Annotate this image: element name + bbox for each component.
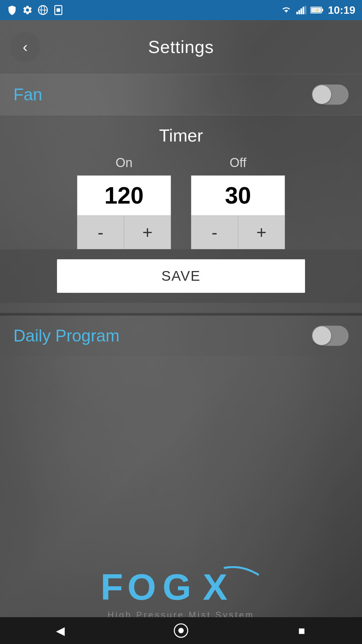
timer-on-group: On 120 - + xyxy=(77,156,171,249)
svg-rect-9 xyxy=(305,6,306,14)
timer-off-display: 30 xyxy=(191,175,285,216)
daily-program-toggle[interactable] xyxy=(312,326,349,346)
svg-text:X: X xyxy=(203,566,230,607)
timer-title: Timer xyxy=(0,125,362,146)
svg-rect-11 xyxy=(322,9,323,11)
globe-icon xyxy=(38,5,48,15)
nav-home-button[interactable] xyxy=(168,617,194,644)
timer-off-label: Off xyxy=(230,156,246,170)
sim-icon xyxy=(53,5,64,15)
status-icons xyxy=(7,5,64,15)
fan-toggle-track[interactable] xyxy=(312,85,349,105)
svg-rect-8 xyxy=(303,7,304,14)
shield-icon xyxy=(7,5,17,15)
save-button[interactable]: SAVE xyxy=(57,259,305,293)
battery-icon: ⚡ xyxy=(310,6,324,14)
fogx-logo-svg: F O G X xyxy=(97,566,265,610)
svg-rect-5 xyxy=(296,12,298,14)
fan-toggle-thumb xyxy=(312,85,331,104)
svg-rect-6 xyxy=(298,10,300,14)
timer-on-label: On xyxy=(116,156,133,170)
timer-off-buttons: - + xyxy=(191,216,285,249)
signal-icon xyxy=(296,5,306,15)
timer-off-group: Off 30 - + xyxy=(191,156,285,249)
nav-back-button[interactable]: ◀ xyxy=(47,617,74,644)
fan-toggle[interactable] xyxy=(312,85,349,105)
svg-text:⚡: ⚡ xyxy=(315,8,319,12)
timer-off-minus-button[interactable]: - xyxy=(191,216,238,249)
time-display: 10:19 xyxy=(328,4,355,16)
section-separator xyxy=(0,313,362,316)
fogx-logo: F O G X High Pressure Mist System xyxy=(97,566,265,617)
gear-icon xyxy=(22,5,33,15)
bottom-area: F O G X High Pressure Mist System xyxy=(0,356,362,617)
fogx-subtitle: High Pressure Mist System xyxy=(108,610,255,617)
page-title: Settings xyxy=(148,37,214,57)
timer-on-plus-button[interactable]: + xyxy=(124,216,171,249)
timer-on-display: 120 xyxy=(77,175,171,216)
save-button-container: SAVE xyxy=(0,249,362,303)
daily-program-toggle-thumb xyxy=(312,326,331,345)
timer-on-minus-button[interactable]: - xyxy=(77,216,124,249)
nav-bar: ◀ ■ xyxy=(0,617,362,644)
fan-section: Fan xyxy=(0,74,362,115)
timer-controls: On 120 - + Off 30 - + xyxy=(0,156,362,249)
svg-rect-7 xyxy=(301,8,302,14)
daily-program-toggle-track[interactable] xyxy=(312,326,349,346)
fan-label: Fan xyxy=(13,85,42,104)
daily-program-label: Daily Program xyxy=(13,326,120,345)
home-circle-icon xyxy=(174,623,188,638)
nav-recent-button[interactable]: ■ xyxy=(288,617,315,644)
timer-section: Timer On 120 - + Off 30 - xyxy=(0,115,362,313)
back-button[interactable]: ‹ xyxy=(10,32,40,62)
timer-off-plus-button[interactable]: + xyxy=(238,216,285,249)
svg-rect-4 xyxy=(57,8,60,12)
timer-on-buttons: - + xyxy=(77,216,171,249)
svg-text:F: F xyxy=(101,566,126,607)
svg-point-19 xyxy=(178,628,184,633)
status-right: ⚡ 10:19 xyxy=(280,4,355,16)
wifi-icon xyxy=(280,5,292,15)
status-bar: ⚡ 10:19 xyxy=(0,0,362,20)
svg-text:O: O xyxy=(127,566,159,607)
app-bar: ‹ Settings xyxy=(0,20,362,74)
svg-text:G: G xyxy=(163,566,194,607)
daily-program-section: Daily Program xyxy=(0,316,362,356)
